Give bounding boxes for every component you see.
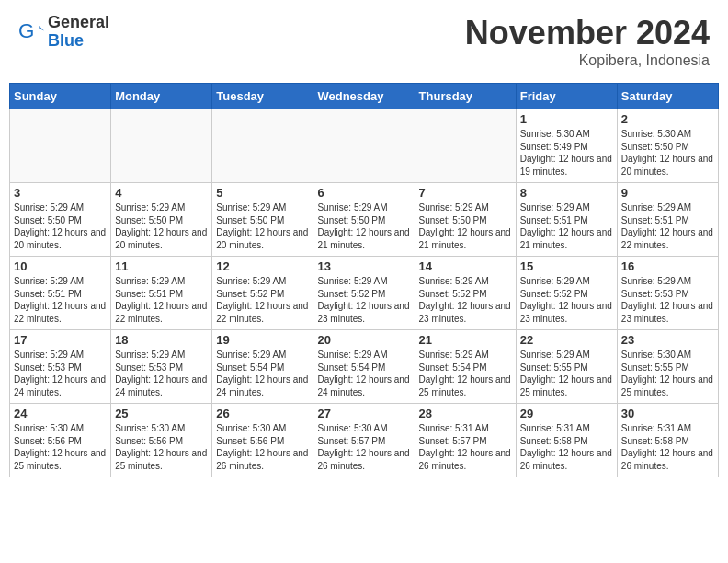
- day-info: Sunrise: 5:31 AM Sunset: 5:57 PM Dayligh…: [419, 422, 512, 472]
- day-number: 9: [621, 186, 714, 200]
- calendar-cell: 29Sunrise: 5:31 AM Sunset: 5:58 PM Dayli…: [516, 404, 617, 477]
- day-info: Sunrise: 5:29 AM Sunset: 5:53 PM Dayligh…: [115, 349, 208, 398]
- month-title: November 2024: [465, 14, 710, 52]
- day-number: 29: [520, 407, 613, 420]
- day-info: Sunrise: 5:30 AM Sunset: 5:56 PM Dayligh…: [115, 422, 208, 472]
- day-number: 20: [317, 333, 410, 347]
- day-number: 2: [621, 112, 714, 126]
- calendar-cell: 2Sunrise: 5:30 AM Sunset: 5:50 PM Daylig…: [617, 109, 718, 183]
- calendar-cell: 15Sunrise: 5:29 AM Sunset: 5:52 PM Dayli…: [516, 257, 617, 330]
- day-info: Sunrise: 5:31 AM Sunset: 5:58 PM Dayligh…: [621, 422, 714, 472]
- calendar-cell: 22Sunrise: 5:29 AM Sunset: 5:55 PM Dayli…: [516, 330, 617, 404]
- day-number: 8: [520, 186, 613, 200]
- day-info: Sunrise: 5:29 AM Sunset: 5:51 PM Dayligh…: [14, 275, 107, 325]
- calendar-week-3: 10Sunrise: 5:29 AM Sunset: 5:51 PM Dayli…: [10, 257, 719, 330]
- calendar-cell: 17Sunrise: 5:29 AM Sunset: 5:53 PM Dayli…: [10, 330, 111, 404]
- calendar-cell: 26Sunrise: 5:30 AM Sunset: 5:56 PM Dayli…: [212, 404, 313, 477]
- calendar-cell: [415, 109, 516, 183]
- day-info: Sunrise: 5:29 AM Sunset: 5:53 PM Dayligh…: [621, 275, 714, 325]
- title-block: November 2024 Kopibera, Indonesia: [465, 14, 710, 69]
- day-info: Sunrise: 5:29 AM Sunset: 5:50 PM Dayligh…: [115, 201, 208, 251]
- logo-blue: Blue: [48, 32, 109, 51]
- day-number: 11: [115, 259, 208, 273]
- location: Kopibera, Indonesia: [465, 52, 710, 69]
- day-info: Sunrise: 5:29 AM Sunset: 5:50 PM Dayligh…: [14, 201, 107, 251]
- calendar-cell: 13Sunrise: 5:29 AM Sunset: 5:52 PM Dayli…: [313, 257, 415, 330]
- svg-marker-1: [39, 26, 44, 31]
- calendar-cell: 3Sunrise: 5:29 AM Sunset: 5:50 PM Daylig…: [10, 183, 111, 257]
- day-info: Sunrise: 5:30 AM Sunset: 5:57 PM Dayligh…: [317, 422, 410, 472]
- calendar-cell: 12Sunrise: 5:29 AM Sunset: 5:52 PM Dayli…: [212, 257, 313, 330]
- calendar-cell: 14Sunrise: 5:29 AM Sunset: 5:52 PM Dayli…: [415, 257, 516, 330]
- day-number: 14: [419, 259, 512, 273]
- calendar-cell: 23Sunrise: 5:30 AM Sunset: 5:55 PM Dayli…: [617, 330, 718, 404]
- calendar-cell: 7Sunrise: 5:29 AM Sunset: 5:50 PM Daylig…: [415, 183, 516, 257]
- calendar-cell: 20Sunrise: 5:29 AM Sunset: 5:54 PM Dayli…: [313, 330, 415, 404]
- day-number: 1: [520, 112, 613, 126]
- day-header-thursday: Thursday: [415, 84, 516, 109]
- day-info: Sunrise: 5:29 AM Sunset: 5:51 PM Dayligh…: [520, 201, 613, 251]
- logo: G General Blue: [18, 14, 109, 51]
- day-info: Sunrise: 5:29 AM Sunset: 5:53 PM Dayligh…: [14, 349, 107, 398]
- logo-icon: G: [18, 19, 44, 45]
- day-info: Sunrise: 5:29 AM Sunset: 5:54 PM Dayligh…: [419, 349, 512, 398]
- day-info: Sunrise: 5:29 AM Sunset: 5:52 PM Dayligh…: [520, 275, 613, 325]
- calendar-cell: 30Sunrise: 5:31 AM Sunset: 5:58 PM Dayli…: [617, 404, 718, 477]
- day-info: Sunrise: 5:29 AM Sunset: 5:52 PM Dayligh…: [216, 275, 309, 325]
- day-info: Sunrise: 5:29 AM Sunset: 5:55 PM Dayligh…: [520, 349, 613, 398]
- calendar-table: SundayMondayTuesdayWednesdayThursdayFrid…: [9, 83, 719, 477]
- calendar-week-5: 24Sunrise: 5:30 AM Sunset: 5:56 PM Dayli…: [10, 404, 719, 477]
- calendar-cell: [313, 109, 415, 183]
- day-number: 30: [621, 407, 714, 420]
- day-number: 18: [115, 333, 208, 347]
- day-info: Sunrise: 5:30 AM Sunset: 5:55 PM Dayligh…: [621, 349, 714, 398]
- day-info: Sunrise: 5:31 AM Sunset: 5:58 PM Dayligh…: [520, 422, 613, 472]
- calendar-cell: [111, 109, 212, 183]
- day-number: 28: [419, 407, 512, 420]
- day-header-wednesday: Wednesday: [313, 84, 415, 109]
- calendar-week-2: 3Sunrise: 5:29 AM Sunset: 5:50 PM Daylig…: [10, 183, 719, 257]
- day-info: Sunrise: 5:29 AM Sunset: 5:51 PM Dayligh…: [115, 275, 208, 325]
- calendar-cell: 16Sunrise: 5:29 AM Sunset: 5:53 PM Dayli…: [617, 257, 718, 330]
- calendar-week-1: 1Sunrise: 5:30 AM Sunset: 5:49 PM Daylig…: [10, 109, 719, 183]
- logo-text: General Blue: [48, 14, 109, 51]
- calendar-header-row: SundayMondayTuesdayWednesdayThursdayFrid…: [10, 84, 719, 109]
- day-info: Sunrise: 5:30 AM Sunset: 5:56 PM Dayligh…: [216, 422, 309, 472]
- day-info: Sunrise: 5:29 AM Sunset: 5:50 PM Dayligh…: [216, 201, 309, 251]
- calendar-cell: 24Sunrise: 5:30 AM Sunset: 5:56 PM Dayli…: [10, 404, 111, 477]
- day-info: Sunrise: 5:29 AM Sunset: 5:50 PM Dayligh…: [419, 201, 512, 251]
- calendar-cell: [212, 109, 313, 183]
- day-info: Sunrise: 5:29 AM Sunset: 5:52 PM Dayligh…: [317, 275, 410, 325]
- calendar-cell: 8Sunrise: 5:29 AM Sunset: 5:51 PM Daylig…: [516, 183, 617, 257]
- calendar-cell: 10Sunrise: 5:29 AM Sunset: 5:51 PM Dayli…: [10, 257, 111, 330]
- day-number: 26: [216, 407, 309, 420]
- day-info: Sunrise: 5:30 AM Sunset: 5:49 PM Dayligh…: [520, 128, 613, 178]
- day-header-tuesday: Tuesday: [212, 84, 313, 109]
- calendar-cell: 6Sunrise: 5:29 AM Sunset: 5:50 PM Daylig…: [313, 183, 415, 257]
- svg-text:G: G: [18, 19, 34, 42]
- day-number: 17: [14, 333, 107, 347]
- day-number: 6: [317, 186, 410, 200]
- day-header-sunday: Sunday: [10, 84, 111, 109]
- day-number: 3: [14, 186, 107, 200]
- day-number: 7: [419, 186, 512, 200]
- calendar-cell: 25Sunrise: 5:30 AM Sunset: 5:56 PM Dayli…: [111, 404, 212, 477]
- day-info: Sunrise: 5:29 AM Sunset: 5:51 PM Dayligh…: [621, 201, 714, 251]
- calendar-cell: 11Sunrise: 5:29 AM Sunset: 5:51 PM Dayli…: [111, 257, 212, 330]
- day-info: Sunrise: 5:29 AM Sunset: 5:54 PM Dayligh…: [317, 349, 410, 398]
- calendar-cell: 18Sunrise: 5:29 AM Sunset: 5:53 PM Dayli…: [111, 330, 212, 404]
- day-header-saturday: Saturday: [617, 84, 718, 109]
- day-header-friday: Friday: [516, 84, 617, 109]
- calendar-cell: 1Sunrise: 5:30 AM Sunset: 5:49 PM Daylig…: [516, 109, 617, 183]
- day-info: Sunrise: 5:29 AM Sunset: 5:54 PM Dayligh…: [216, 349, 309, 398]
- calendar-week-4: 17Sunrise: 5:29 AM Sunset: 5:53 PM Dayli…: [10, 330, 719, 404]
- calendar-cell: 9Sunrise: 5:29 AM Sunset: 5:51 PM Daylig…: [617, 183, 718, 257]
- logo-general: General: [48, 14, 109, 32]
- day-number: 19: [216, 333, 309, 347]
- calendar-cell: 21Sunrise: 5:29 AM Sunset: 5:54 PM Dayli…: [415, 330, 516, 404]
- calendar-cell: 27Sunrise: 5:30 AM Sunset: 5:57 PM Dayli…: [313, 404, 415, 477]
- day-info: Sunrise: 5:29 AM Sunset: 5:52 PM Dayligh…: [419, 275, 512, 325]
- day-number: 24: [14, 407, 107, 420]
- day-header-monday: Monday: [111, 84, 212, 109]
- calendar-cell: 19Sunrise: 5:29 AM Sunset: 5:54 PM Dayli…: [212, 330, 313, 404]
